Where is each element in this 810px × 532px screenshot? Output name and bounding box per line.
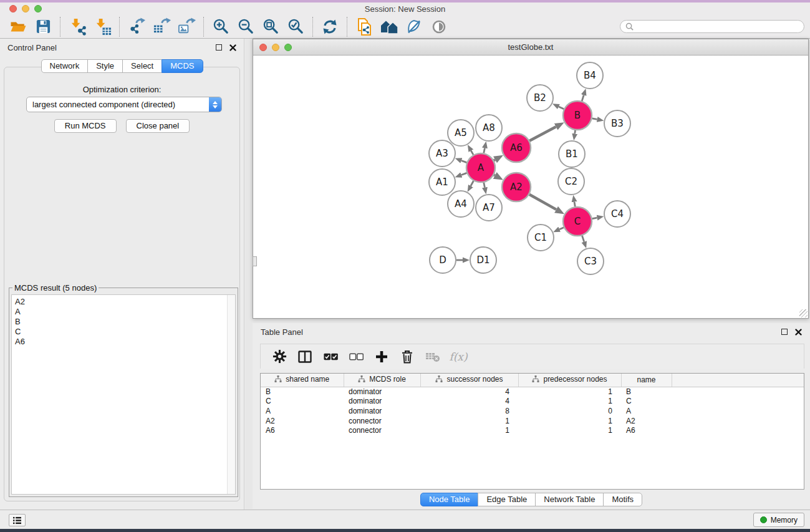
table-row[interactable]: A2connector11A2	[261, 416, 804, 426]
table-row[interactable]: Bdominator41B	[261, 387, 804, 397]
result-list-item[interactable]: A6	[15, 337, 235, 347]
table-row[interactable]: Adominator80A	[261, 406, 804, 416]
graph-edge-A-A5[interactable]	[471, 151, 473, 155]
graph-node-label-D1: D1	[476, 254, 489, 266]
result-list-item[interactable]: B	[15, 317, 235, 327]
graph-edge-A6-B[interactable]	[529, 127, 556, 140]
zoom-fit-button[interactable]	[258, 17, 283, 37]
graph-edge-C-C3[interactable]	[582, 236, 584, 242]
mcds-result-group: MCDS result (5 nodes) A2ABCA6	[9, 288, 238, 497]
float-panel-icon[interactable]	[216, 44, 222, 51]
table-panel-header: Table Panel	[253, 323, 810, 341]
graph-node-label-A4: A4	[455, 198, 467, 210]
table-settings-button[interactable]	[271, 348, 288, 365]
node-table-container: shared nameMCDS rolesuccessor nodesprede…	[260, 373, 804, 490]
hide-graphics-button[interactable]	[402, 17, 427, 37]
clone-network-button[interactable]	[352, 17, 377, 37]
zoom-in-icon	[213, 18, 229, 35]
save-icon	[36, 19, 51, 34]
column-header-predecessor-nodes[interactable]: predecessor nodes	[518, 374, 621, 387]
tab-node-table[interactable]: Node Table	[420, 493, 479, 506]
task-history-button[interactable]	[9, 514, 26, 526]
column-header-MCDS-role[interactable]: MCDS role	[344, 374, 420, 387]
toolbar-separator	[312, 17, 313, 37]
close-table-panel-icon[interactable]	[795, 329, 802, 336]
attribute-type-icon	[274, 375, 282, 383]
tab-mcds[interactable]: MCDS	[162, 59, 203, 73]
search-input[interactable]	[637, 22, 799, 31]
result-scrollbar[interactable]	[227, 295, 235, 494]
select-all-columns-button[interactable]	[322, 348, 339, 365]
graph-node-label-C: C	[574, 216, 581, 227]
network-canvas[interactable]: AA1A2A3A4A5A6A7A8BB1B2B3B4CC1C2C3C4DD1	[253, 56, 808, 318]
graph-edge-A-A3[interactable]	[461, 160, 467, 162]
tab-network-table[interactable]: Network Table	[535, 493, 604, 506]
graph-edge-B-B4[interactable]	[582, 95, 584, 101]
graph-edge-B-B1[interactable]	[575, 130, 576, 134]
export-network-button[interactable]	[124, 17, 149, 37]
memory-button[interactable]: Memory	[753, 513, 804, 527]
graph-edge-C-C4[interactable]	[592, 218, 597, 218]
float-table-panel-icon[interactable]	[781, 329, 788, 335]
save-session-button[interactable]	[31, 17, 55, 37]
optimization-select[interactable]: largest connected component (directed)	[26, 97, 222, 112]
export-image-button[interactable]	[174, 17, 199, 37]
graph-node-label-A7: A7	[483, 202, 495, 213]
graph-edge-A-A1[interactable]	[461, 173, 467, 175]
graph-edge-B-B2[interactable]	[559, 107, 564, 109]
tab-select[interactable]: Select	[122, 59, 162, 73]
window-resize-grip[interactable]	[799, 309, 808, 317]
trash-icon	[401, 350, 413, 364]
table-row[interactable]: Cdominator41C	[261, 397, 804, 407]
optimization-criterion-label: Optimization criterion:	[0, 85, 244, 94]
run-mcds-button[interactable]: Run MCDS	[54, 119, 117, 133]
import-network-icon	[69, 17, 87, 36]
column-header-successor-nodes[interactable]: successor nodes	[420, 374, 518, 387]
graph-edge-A2-C[interactable]	[529, 195, 556, 210]
window-edge-grabber[interactable]	[253, 256, 257, 266]
graph-edge-A-A4[interactable]	[471, 181, 473, 186]
graph-edge-A-A6[interactable]	[494, 160, 495, 160]
tab-style[interactable]: Style	[87, 59, 123, 73]
close-panel-icon[interactable]	[229, 44, 236, 51]
tab-motifs[interactable]: Motifs	[603, 493, 642, 506]
network-graph[interactable]: AA1A2A3A4A5A6A7A8BB1B2B3B4CC1C2C3C4DD1	[253, 56, 808, 318]
column-header-name[interactable]: name	[621, 374, 672, 387]
tab-edge-table[interactable]: Edge Table	[478, 493, 536, 506]
delete-column-button[interactable]	[398, 348, 416, 365]
zoom-in-button[interactable]	[208, 17, 233, 37]
graph-node-label-B3: B3	[611, 118, 624, 129]
graph-edge-C-C2[interactable]	[574, 202, 575, 207]
graph-edge-A-A2[interactable]	[494, 175, 495, 175]
create-column-button[interactable]	[373, 348, 390, 365]
import-table-button[interactable]	[90, 17, 115, 37]
search-field[interactable]	[620, 20, 804, 33]
mcds-result-list[interactable]: A2ABCA6	[11, 294, 236, 495]
graph-edge-A-A8[interactable]	[484, 148, 485, 153]
column-header-shared-name[interactable]: shared name	[261, 374, 344, 387]
import-network-button[interactable]	[65, 17, 90, 37]
result-list-item[interactable]: C	[15, 327, 235, 337]
unselect-all-columns-button[interactable]	[347, 348, 365, 365]
result-list-item[interactable]: A	[15, 307, 235, 317]
zoom-out-button[interactable]	[233, 17, 258, 37]
open-session-button[interactable]	[6, 17, 31, 37]
result-list-item[interactable]: A2	[15, 297, 235, 307]
graph-node-label-C4: C4	[611, 208, 624, 220]
close-panel-button[interactable]: Close panel	[126, 119, 190, 133]
table-row[interactable]: A6connector11A6	[261, 425, 804, 435]
export-table-button[interactable]	[149, 17, 174, 37]
tab-network[interactable]: Network	[41, 59, 88, 73]
zoom-selected-button[interactable]	[283, 17, 308, 37]
network-window-titlebar[interactable]: testGlobe.txt	[253, 39, 808, 56]
graph-edge-C-C1[interactable]	[559, 228, 564, 230]
graph-node-label-A8: A8	[483, 122, 495, 133]
graph-node-label-A5: A5	[455, 127, 467, 138]
show-graphics-button[interactable]	[427, 17, 451, 37]
refresh-button[interactable]	[317, 17, 342, 37]
home-button[interactable]	[377, 17, 402, 37]
show-column-button[interactable]	[296, 348, 314, 365]
graph-edge-A-A7[interactable]	[484, 183, 485, 188]
graph-edge-B-B3[interactable]	[592, 118, 597, 120]
graph-node-label-B1: B1	[566, 148, 578, 160]
